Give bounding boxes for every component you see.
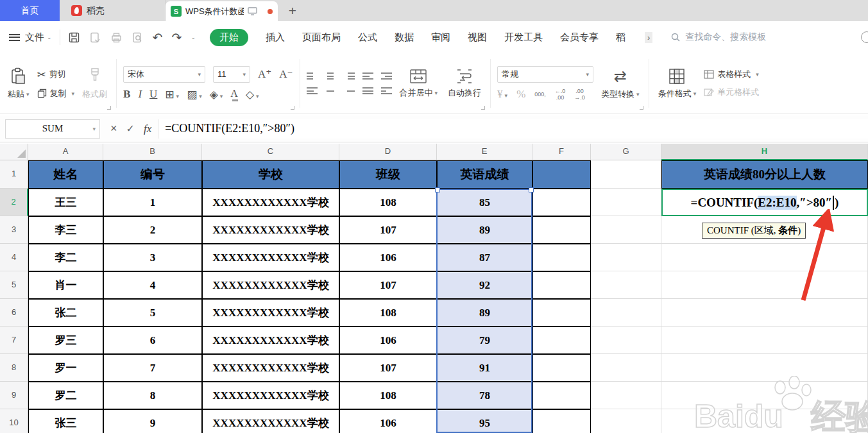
cell-name-row3[interactable]: 李三 — [28, 216, 103, 244]
cell-class-row9[interactable]: 108 — [339, 382, 437, 409]
cell-score-row2[interactable]: 85 — [437, 189, 532, 216]
increase-indent-icon[interactable] — [381, 72, 392, 80]
increase-decimal-button[interactable]: .00→.0 — [574, 88, 585, 101]
number-format-select[interactable]: 常规▾ — [497, 66, 593, 83]
export-icon[interactable] — [89, 31, 101, 44]
cell-H5[interactable] — [661, 271, 868, 299]
share-screen-icon[interactable] — [248, 7, 257, 15]
cell-school-row3[interactable]: XXXXXXXXXXXX学校 — [202, 216, 339, 244]
cancel-entry-button[interactable]: × — [110, 122, 117, 135]
cell-F8[interactable] — [532, 354, 591, 382]
type-convert-button[interactable]: ⇄ 类型转换 — [599, 66, 642, 101]
align-right-icon[interactable] — [344, 87, 355, 94]
wrap-text-button[interactable]: 自动换行 — [445, 67, 484, 100]
cell-G4[interactable] — [591, 244, 661, 271]
format-painter-button[interactable]: 格式刷 — [80, 66, 110, 101]
cell-school-row6[interactable]: XXXXXXXXXXXX学校 — [202, 299, 339, 327]
percent-button[interactable]: % — [516, 88, 525, 101]
confirm-entry-button[interactable]: ✓ — [126, 123, 135, 135]
decrease-indent-icon[interactable] — [362, 72, 373, 80]
select-all-corner[interactable] — [0, 144, 28, 160]
cell-F10[interactable] — [532, 409, 591, 433]
cell-score-row4[interactable]: 87 — [437, 244, 532, 271]
italic-button[interactable]: I — [138, 88, 142, 101]
align-bottom-icon[interactable] — [344, 72, 355, 80]
column-header-H[interactable]: H — [661, 144, 868, 160]
cell-G7[interactable] — [591, 327, 661, 354]
dialog-launcher-icon[interactable] — [291, 106, 294, 110]
new-tab-button[interactable]: + — [278, 0, 307, 21]
cell-score-row8[interactable]: 91 — [437, 354, 532, 382]
name-box[interactable]: SUM — [5, 119, 100, 139]
draw-border-button[interactable]: ▨ — [187, 88, 202, 101]
cell-G1[interactable] — [591, 160, 661, 189]
tab-docer[interactable]: 稻壳 — [60, 0, 166, 21]
grow-font-button[interactable]: A⁺ — [258, 67, 271, 81]
font-color-button[interactable]: A — [230, 88, 238, 101]
cell-H7[interactable] — [661, 327, 868, 354]
currency-button[interactable]: ¥ — [497, 88, 507, 101]
cell-school-row7[interactable]: XXXXXXXXXXXX学校 — [202, 327, 339, 354]
cell-H8[interactable] — [661, 354, 868, 382]
cell-G9[interactable] — [591, 382, 661, 409]
header-cell-D1[interactable]: 班级 — [339, 160, 437, 189]
cell-name-row4[interactable]: 李二 — [28, 244, 103, 271]
header-cell-F1[interactable] — [532, 160, 591, 189]
clear-format-button[interactable]: ◇ — [246, 88, 259, 101]
header-cell-E1[interactable]: 英语成绩 — [437, 160, 532, 189]
underline-button[interactable]: U — [149, 88, 157, 101]
cell-name-row10[interactable]: 张三 — [28, 409, 103, 433]
conditional-format-button[interactable]: 条件格式 — [656, 67, 699, 101]
cell-id-row8[interactable]: 7 — [103, 354, 202, 382]
chevron-right-icon[interactable]: › — [645, 32, 652, 43]
cell-F2[interactable] — [532, 189, 591, 216]
print-preview-icon[interactable] — [132, 31, 144, 44]
tab-home-ribbon[interactable]: 开始 — [210, 29, 248, 46]
column-header-F[interactable]: F — [532, 144, 591, 160]
text-orientation-icon[interactable] — [381, 87, 392, 94]
cell-H4[interactable] — [661, 244, 868, 271]
cell-class-row4[interactable]: 106 — [339, 244, 437, 271]
cell-id-row10[interactable]: 9 — [103, 409, 202, 433]
header-cell-C1[interactable]: 学校 — [202, 160, 339, 189]
column-header-G[interactable]: G — [591, 144, 661, 160]
cell-school-row9[interactable]: XXXXXXXXXXXX学校 — [202, 382, 339, 409]
column-header-D[interactable]: D — [339, 144, 437, 160]
font-name-select[interactable]: 宋体▾ — [123, 66, 205, 83]
cell-H9[interactable] — [661, 382, 868, 409]
copy-button[interactable]: 复制 — [37, 88, 75, 99]
dialog-launcher-icon[interactable] — [107, 106, 111, 110]
row-header-1[interactable]: 1 — [0, 160, 28, 189]
cell-score-row5[interactable]: 92 — [437, 271, 532, 299]
align-middle-icon[interactable] — [325, 72, 336, 80]
table-style-button[interactable]: 表格样式 — [704, 69, 759, 80]
tab-view[interactable]: 视图 — [468, 31, 487, 44]
cell-name-row5[interactable]: 肖一 — [28, 271, 103, 299]
cell-id-row4[interactable]: 3 — [103, 244, 202, 271]
font-size-select[interactable]: 11▾ — [213, 66, 250, 83]
notification-icon[interactable] — [861, 31, 868, 43]
bold-button[interactable]: B — [123, 88, 130, 101]
cell-id-row3[interactable]: 2 — [103, 216, 202, 244]
active-cell-H2-editing[interactable]: =COUNTIF(E2:E10,″>80″) — [661, 189, 868, 216]
paste-button[interactable]: 粘贴 — [5, 66, 32, 101]
cell-school-row2[interactable]: XXXXXXXXXXXX学校 — [202, 189, 339, 216]
cell-school-row4[interactable]: XXXXXXXXXXXX学校 — [202, 244, 339, 271]
column-header-E[interactable]: E — [437, 144, 532, 160]
header-cell-B1[interactable]: 编号 — [103, 160, 202, 189]
fill-color-button[interactable]: ◈ — [210, 88, 223, 101]
cell-school-row5[interactable]: XXXXXXXXXXXX学校 — [202, 271, 339, 299]
column-header-C[interactable]: C — [202, 144, 339, 160]
decrease-decimal-button[interactable]: ←.0.00 — [555, 88, 566, 101]
cell-G3[interactable] — [591, 216, 661, 244]
cell-G8[interactable] — [591, 354, 661, 382]
shrink-font-button[interactable]: A⁻ — [279, 67, 293, 81]
redo-icon[interactable]: ↷ — [171, 30, 182, 45]
more-caret-icon[interactable]: ⌄ — [191, 34, 196, 40]
cell-F6[interactable] — [532, 299, 591, 327]
tab-dev-tools[interactable]: 开发工具 — [504, 31, 543, 44]
cell-G5[interactable] — [591, 271, 661, 299]
cell-score-row6[interactable]: 89 — [437, 299, 532, 327]
tab-review[interactable]: 审阅 — [431, 31, 450, 44]
cell-name-row9[interactable]: 罗二 — [28, 382, 103, 409]
